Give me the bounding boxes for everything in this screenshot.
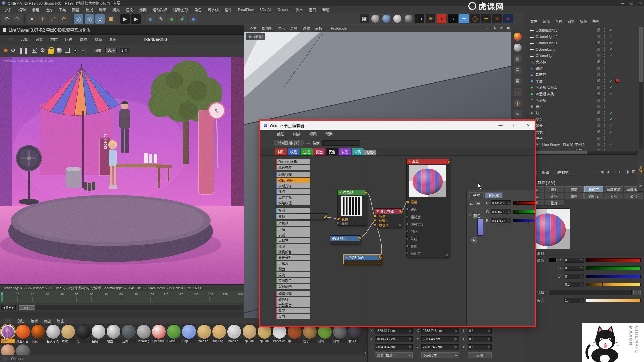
menu-item-动画[interactable]: 动画	[96, 7, 109, 12]
object-row[interactable]: ◆Machine Screw - Flat 01 实例.2✓	[524, 141, 640, 148]
input-row-变换[interactable]: 变换	[338, 217, 366, 221]
object-row[interactable]: ◼炉子	[524, 135, 640, 141]
channel-tab-透明度[interactable]: 透明度	[584, 193, 603, 199]
value-field[interactable]: 0.141263⇅	[491, 200, 511, 205]
vp-menu-选项[interactable]: 选项	[288, 26, 300, 31]
mat-menu-创建[interactable]: 创建	[14, 318, 28, 323]
menu-item-文件[interactable]: 文件	[2, 7, 15, 12]
samples-field[interactable]: 1⇅	[120, 48, 129, 53]
menu-item-脚本[interactable]: 脚本	[292, 7, 306, 12]
visibility-dots[interactable]	[604, 92, 605, 96]
material-item[interactable]: 树叶	[318, 324, 332, 343]
material-tag-icon[interactable]	[615, 79, 619, 83]
side-tab-layers[interactable]: 层	[637, 180, 643, 192]
coord-field[interactable]: -328.317 cm⇅	[375, 328, 413, 334]
maximize-view-icon[interactable]: ▣	[506, 26, 510, 31]
channel-port[interactable]	[406, 252, 409, 255]
node-list-item-大理石[interactable]: 大理石	[276, 238, 310, 243]
om-menu-书签[interactable]: 书签	[590, 19, 602, 24]
close-button[interactable]: ✕	[639, 1, 642, 5]
enabled-check-icon[interactable]: ✓	[610, 79, 613, 83]
value-field[interactable]: 0.637597⇅	[491, 218, 511, 223]
node-list-item-浮点[interactable]: 浮点	[276, 189, 310, 194]
enabled-check-icon[interactable]: ✓	[610, 123, 613, 128]
node-material[interactable]: 伞伞漫射镜面粗糙度薄膜宽度凹凸法线置换透明度∷	[406, 159, 449, 257]
node-list-item-世界坐标[interactable]: 世界坐标	[276, 195, 310, 200]
attr-gradient-slider[interactable]	[586, 275, 641, 278]
frame-slider-thumb[interactable]: 0 F	[19, 305, 35, 310]
object-row[interactable]: ▬OctaneLight✓	[524, 52, 640, 59]
ne-menu-创建[interactable]: 创建	[289, 131, 305, 137]
material-item[interactable]: Glass	[167, 324, 181, 343]
octane-camera-icon[interactable]: ●	[437, 14, 446, 23]
object-row[interactable]: ▰平面✓	[524, 78, 640, 84]
side-tab-attributes[interactable]: 属性	[637, 161, 643, 178]
refresh-icon[interactable]: ⟳	[11, 47, 16, 54]
node-list-item-衰减[interactable]: 衰减	[276, 232, 310, 237]
node-header[interactable]: RGB 颜色	[330, 236, 360, 241]
select-tool-icon[interactable]: ➤	[27, 14, 37, 24]
layer-toggle-icon[interactable]	[596, 60, 600, 64]
coord-field[interactable]: -184.054 cm⇅	[375, 344, 413, 350]
radio-icon[interactable]: ⊙	[469, 213, 472, 217]
channel-dropdown[interactable]: DL▾	[105, 48, 117, 53]
octane-close-icon[interactable]: ✕	[492, 14, 502, 23]
node-list-item-图像纹理[interactable]: 图像纹理	[276, 172, 310, 177]
object-row[interactable]: ●灯✓	[524, 110, 640, 116]
coord-field[interactable]: 638.648 cm⇅	[421, 336, 459, 342]
category-tab-材质[interactable]: 材质	[275, 148, 287, 155]
lock-render-icon[interactable]	[48, 49, 54, 54]
channel-row-漫射[interactable]: 漫射	[407, 198, 449, 205]
object-row[interactable]: ▬OctaneLight✓	[524, 46, 640, 52]
material-item[interactable]: Top Lab	[242, 324, 257, 343]
material-item[interactable]: 沥青	[121, 324, 136, 343]
lv-menu-选项[interactable]: 选项	[76, 37, 91, 42]
node-list-item-实例范围[interactable]: 实例范围	[276, 284, 310, 289]
category-tab-其他[interactable]: 其他	[326, 148, 338, 155]
vp-menu-过滤[interactable]: 过滤	[300, 26, 313, 31]
menu-item-角色[interactable]: 角色	[191, 7, 205, 12]
visibility-dots[interactable]	[604, 54, 605, 58]
input-row-纹理 1[interactable]: 纹理 1	[375, 218, 402, 223]
node-list-item-实例颜色[interactable]: 实例颜色	[276, 278, 310, 283]
node-header[interactable]: 棋盘格	[338, 190, 366, 195]
enabled-check-icon[interactable]: ✓	[610, 92, 613, 96]
am-menu-用户数据[interactable]: 用户数据	[552, 170, 571, 175]
input-port[interactable]	[374, 223, 376, 226]
layer-toggle-icon[interactable]	[596, 28, 600, 32]
layer-toggle-icon[interactable]	[596, 85, 600, 89]
node-list-item-正弦波[interactable]: 正弦波	[276, 261, 310, 266]
material-item[interactable]: 串	[287, 324, 302, 343]
ne-close-button[interactable]: ✕	[527, 123, 530, 128]
node-checker[interactable]: 棋盘格变换投射∷	[337, 190, 366, 226]
visibility-dots[interactable]	[604, 66, 605, 70]
frame-field[interactable]: ◂0 F▸	[1, 305, 16, 310]
channel-row-薄膜宽度[interactable]: 薄膜宽度	[407, 220, 449, 228]
layer-toggle-icon[interactable]	[596, 105, 600, 108]
node-header[interactable]: 伞伞	[407, 159, 449, 164]
material-item[interactable]: 火炭	[31, 324, 45, 343]
coord-size-dropdown[interactable]: 绝对尺寸▾	[421, 352, 459, 358]
enabled-check-icon[interactable]: ✓	[610, 47, 613, 51]
object-row[interactable]: ▬OctaneLight.2✓	[524, 33, 640, 40]
back-icon[interactable]: ◀	[600, 169, 603, 174]
ne-menu-帮助[interactable]: 帮助	[321, 131, 337, 137]
channel-tab-粗糙度[interactable]: 粗糙度	[584, 186, 603, 192]
channel-tab-正常[interactable]: 正常	[545, 193, 564, 199]
ne-minimize-button[interactable]: —	[499, 123, 503, 128]
node-list-item-RGB 颜色[interactable]: RGB 颜色	[276, 178, 310, 183]
value-field[interactable]: 0.138432⇅	[491, 209, 511, 214]
region-render-icon[interactable]: R	[32, 48, 37, 53]
timeline-ruler[interactable]: 0102030405060708090100110120130140150160	[0, 291, 244, 303]
attr-gradient-slider[interactable]	[586, 258, 641, 262]
layer-toggle-icon[interactable]	[596, 54, 600, 57]
material-item[interactable]: Top Lab	[257, 324, 272, 343]
visibility-dots[interactable]	[604, 149, 605, 150]
enabled-check-icon[interactable]: ✓	[610, 142, 613, 147]
shading-sphere-4-icon[interactable]	[404, 14, 413, 23]
coord-field[interactable]: 2738.746 cm⇅	[421, 344, 459, 350]
shelf-scrollbar[interactable]: ▲▼	[364, 324, 367, 355]
node-list-item-混合材质[interactable]: 混合材质	[276, 165, 310, 170]
move-tool-icon[interactable]: ✛	[38, 14, 47, 24]
channel-port[interactable]	[406, 208, 409, 210]
